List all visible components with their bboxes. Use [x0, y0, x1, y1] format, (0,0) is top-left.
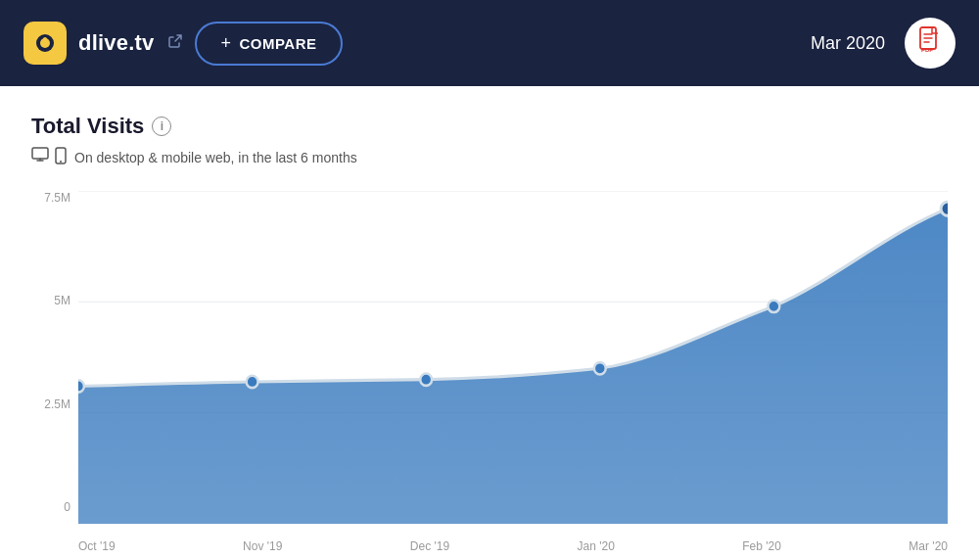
datapoint-mar — [941, 202, 948, 215]
site-logo — [23, 22, 67, 65]
chart-area-fill — [78, 209, 948, 524]
compare-label: COMPARE — [239, 35, 316, 52]
mobile-icon — [55, 147, 67, 167]
y-label-75m: 7.5M — [44, 191, 70, 205]
site-name: dlive.tv — [78, 30, 154, 56]
datapoint-feb — [768, 301, 779, 312]
y-axis: 7.5M 5M 2.5M 0 — [31, 191, 78, 514]
pdf-button[interactable]: PDF — [905, 18, 956, 69]
svg-rect-6 — [32, 148, 48, 159]
x-axis: Oct '19 Nov '19 Dec '19 Jan '20 Feb '20 … — [78, 524, 948, 553]
subtitle: On desktop & mobile web, in the last 6 m… — [31, 147, 948, 167]
header: dlive.tv + COMPARE Mar 2020 PDF — [0, 0, 979, 86]
header-left: dlive.tv + COMPARE — [23, 22, 343, 66]
datapoint-dec — [420, 373, 432, 385]
svg-text:PDF: PDF — [921, 47, 933, 53]
y-label-0: 0 — [64, 500, 70, 514]
svg-point-8 — [60, 161, 62, 163]
x-label-nov: Nov '19 — [243, 539, 282, 553]
x-label-jan: Jan '20 — [578, 539, 615, 553]
plus-icon: + — [220, 33, 231, 54]
x-label-feb: Feb '20 — [742, 539, 781, 553]
total-visits-label: Total Visits — [31, 114, 144, 139]
info-icon[interactable]: i — [152, 117, 171, 136]
datapoint-oct — [78, 380, 84, 392]
y-label-5m: 5M — [54, 294, 70, 307]
x-label-mar: Mar '20 — [909, 539, 948, 553]
chart-container: 7.5M 5M 2.5M 0 — [31, 191, 948, 553]
chart-svg — [78, 191, 948, 524]
main-content: Total Visits i On desktop & mobile web, … — [0, 86, 979, 560]
y-label-25m: 2.5M — [44, 397, 70, 411]
pdf-icon: PDF — [918, 26, 942, 60]
x-label-oct: Oct '19 — [78, 539, 116, 553]
header-right: Mar 2020 PDF — [811, 18, 956, 69]
x-label-dec: Dec '19 — [410, 539, 449, 553]
svg-point-3 — [43, 37, 47, 41]
desktop-icon — [31, 147, 51, 167]
external-link-icon[interactable] — [167, 33, 183, 53]
device-icons — [31, 147, 67, 167]
date-label: Mar 2020 — [811, 33, 885, 54]
subtitle-text: On desktop & mobile web, in the last 6 m… — [74, 150, 357, 165]
datapoint-jan — [594, 362, 606, 374]
datapoint-nov — [247, 376, 258, 388]
compare-button[interactable]: + COMPARE — [195, 22, 342, 66]
section-title: Total Visits i — [31, 114, 948, 139]
